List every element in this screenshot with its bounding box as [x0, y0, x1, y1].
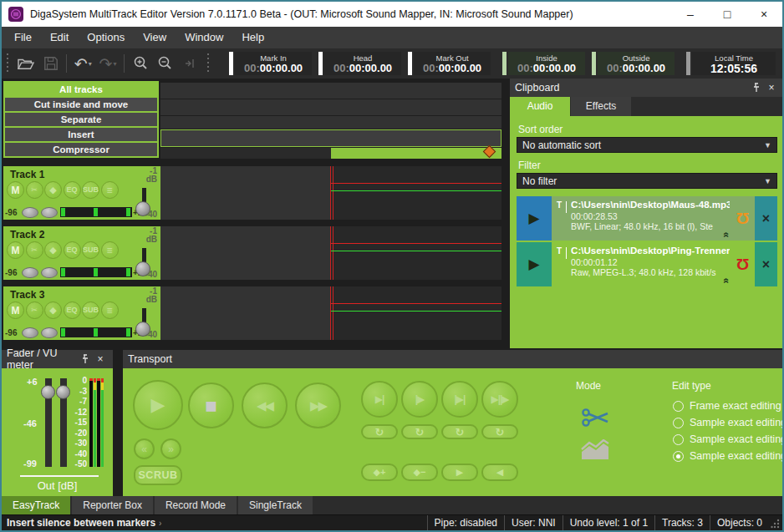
remove-entry-button[interactable]: × [755, 242, 777, 286]
step-back-button[interactable]: ◀ [481, 464, 518, 481]
entry-info[interactable]: T C:\Users\nin\Desktop\Ping-Trenner.M 00… [552, 242, 731, 286]
step-forward-button[interactable]: ▶ [441, 464, 478, 481]
radio-sample-exact-1[interactable]: Sample exact editing at [673, 417, 784, 428]
action-cut-inside-and-move[interactable]: Cut inside and move [5, 98, 157, 111]
listen-cell[interactable]: Ω [731, 196, 755, 241]
close-panel-icon[interactable]: × [764, 81, 779, 94]
pan-right-button[interactable] [41, 207, 58, 218]
pan-left-button[interactable] [22, 207, 38, 218]
sub-button[interactable]: SUB [82, 301, 99, 319]
cut-button[interactable]: ✂ [26, 301, 43, 319]
timeline-row[interactable] [160, 99, 501, 115]
menu-item-edit[interactable]: Edit [41, 27, 78, 48]
time-display-mark-out[interactable]: Mark Out00:00:00.00 [408, 52, 491, 75]
zoom-in-icon[interactable] [128, 52, 153, 75]
track-menu-button[interactable]: ≡ [101, 181, 119, 199]
loop-button[interactable]: ↻ [361, 424, 398, 439]
zoom-out-icon[interactable] [153, 52, 178, 75]
tab-audio[interactable]: Audio [510, 97, 570, 116]
resize-grip[interactable] [771, 517, 781, 529]
envelope-mode-icon[interactable] [579, 439, 611, 464]
add-marker-button[interactable]: ◆+ [361, 464, 398, 481]
pan-right-button[interactable] [41, 327, 58, 338]
menu-item-help[interactable]: Help [232, 27, 273, 48]
loop-button[interactable]: ↻ [481, 424, 518, 439]
mute-button[interactable]: M [7, 181, 24, 199]
track-menu-button[interactable]: ≡ [101, 241, 119, 259]
tab-singletrack[interactable]: SingleTrack [238, 496, 313, 514]
mute-button[interactable]: M [7, 301, 24, 319]
collapse-chevron-icon[interactable]: « [723, 232, 731, 238]
play-entry-button[interactable]: ▶ [517, 242, 552, 286]
play-over-mark-button[interactable]: ▶||▶ [481, 381, 518, 418]
eq-button[interactable]: EQ [64, 301, 81, 319]
scissors-mode-icon[interactable] [581, 406, 611, 433]
sub-button[interactable]: SUB [82, 181, 99, 199]
nudge-left-button[interactable]: « [134, 438, 155, 459]
track-timeline-2[interactable] [160, 226, 501, 280]
pan-right-button[interactable] [41, 267, 58, 278]
time-display-mark-in[interactable]: Mark In00:00:00.00 [229, 52, 312, 75]
solo-button[interactable]: ◆ [44, 181, 62, 199]
pan-left-button[interactable] [22, 327, 38, 338]
solo-button[interactable]: ◆ [44, 301, 62, 319]
rewind-button[interactable]: ◀◀ [242, 383, 288, 428]
track-timeline-3[interactable] [160, 286, 501, 340]
eq-button[interactable]: EQ [64, 241, 81, 259]
tab-effects[interactable]: Effects [571, 97, 631, 116]
action-all-tracks[interactable]: All tracks [5, 83, 157, 96]
eq-button[interactable]: EQ [64, 181, 81, 199]
action-insert[interactable]: Insert [5, 128, 157, 141]
tab-easytrack[interactable]: EasyTrack [2, 496, 70, 514]
track-timeline-1[interactable] [160, 166, 501, 220]
pin-icon[interactable] [78, 352, 93, 366]
play-from-mark-button[interactable]: |▶ [401, 381, 438, 418]
play-entry-button[interactable]: ▶ [517, 196, 552, 241]
listen-cell[interactable]: Ω [731, 242, 755, 286]
edit-timeline[interactable] [160, 81, 501, 159]
radio-sample-exact-3[interactable]: Sample exact editing us [673, 450, 784, 462]
time-display-inside[interactable]: Inside00:00:00.00 [502, 52, 585, 75]
menu-item-window[interactable]: Window [176, 27, 232, 48]
sub-button[interactable]: SUB [82, 241, 99, 259]
menu-item-file[interactable]: File [5, 27, 41, 48]
menu-item-view[interactable]: View [134, 27, 176, 48]
loop-button[interactable]: ↻ [401, 424, 438, 439]
maximize-button[interactable]: □ [709, 2, 746, 27]
minimize-button[interactable]: – [672, 2, 709, 27]
tab-record-mode[interactable]: Record Mode [155, 496, 237, 514]
time-display-head[interactable]: Head00:00:00.00 [318, 52, 401, 75]
radio-sample-exact-2[interactable]: Sample exact editing us [673, 433, 784, 445]
timeline-row[interactable] [160, 116, 501, 129]
timeline-row[interactable] [160, 83, 501, 99]
close-panel-icon[interactable]: × [93, 352, 108, 366]
fast-forward-button[interactable]: ▶▶ [295, 383, 341, 428]
out-fader-knob-left[interactable] [41, 385, 55, 399]
action-separate[interactable]: Separate [5, 113, 157, 126]
close-button[interactable]: × [746, 2, 782, 27]
cut-button[interactable]: ✂ [26, 181, 43, 199]
pan-left-button[interactable] [22, 267, 38, 278]
cut-button[interactable]: ✂ [26, 241, 43, 259]
radio-frame-exact[interactable]: Frame exact editing [673, 400, 781, 412]
nudge-right-button[interactable]: » [160, 438, 181, 459]
tab-reporter-box[interactable]: Reporter Box [72, 496, 153, 514]
timeline-row-selection[interactable] [160, 148, 501, 159]
collapse-chevron-icon[interactable]: « [723, 278, 731, 284]
toolbar-grip[interactable] [206, 53, 210, 73]
pin-icon[interactable] [749, 81, 764, 94]
timeline-row-insert[interactable] [160, 129, 501, 147]
play-to-mark-button[interactable]: ▶| [361, 381, 398, 418]
clipboard-entry[interactable]: ▶ T C:\Users\nin\Desktop\Maus-48.mp3.w 0… [517, 196, 777, 241]
stop-button[interactable]: ■ [188, 383, 234, 428]
time-display-outside[interactable]: Outside00:00:00.00 [592, 52, 675, 75]
filter-select[interactable]: No filter▼ [517, 173, 777, 189]
clipboard-entry[interactable]: ▶ T C:\Users\nin\Desktop\Ping-Trenner.M … [517, 242, 777, 286]
entry-info[interactable]: T C:\Users\nin\Desktop\Maus-48.mp3.w 00:… [552, 196, 731, 241]
mute-button[interactable]: M [7, 241, 24, 259]
remove-marker-button[interactable]: ◆− [401, 464, 438, 481]
remove-entry-button[interactable]: × [755, 196, 777, 241]
loop-button[interactable]: ↻ [441, 424, 478, 439]
toolbar-grip[interactable] [6, 53, 9, 73]
action-compressor[interactable]: Compressor [5, 143, 157, 156]
